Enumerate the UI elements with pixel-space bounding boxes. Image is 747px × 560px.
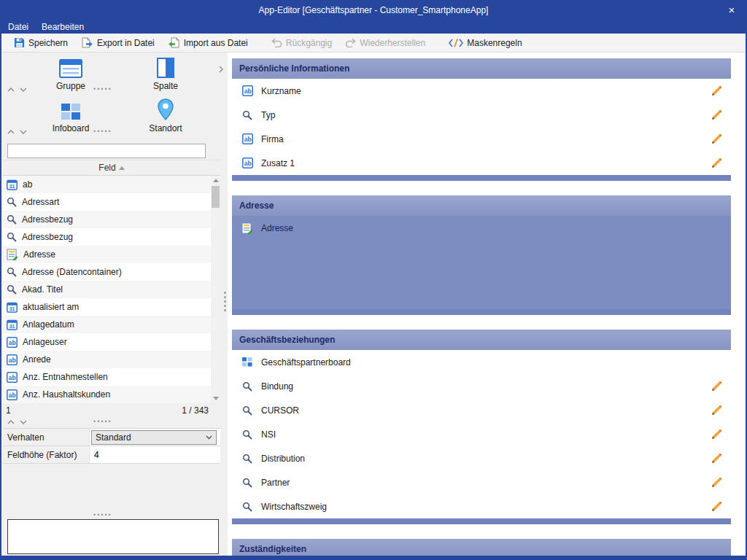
section-footer [232,518,731,524]
list-nav[interactable] [7,420,27,424]
splitter-grip[interactable]: ••••• [93,512,112,518]
field-list-item-anz-entnahmestellen[interactable]: abAnz. Entnahmestellen [3,368,211,386]
section-header-pers-nliche-informationen[interactable]: Persönliche Informationen [232,58,731,79]
chevron-up-icon[interactable] [7,88,15,92]
scroll-up-icon[interactable] [211,176,220,185]
field-list-header[interactable]: Feld [3,160,220,176]
field-list-item-ab[interactable]: 31ab [3,176,211,193]
toolbar-r-ckg-ngig: Rückgängig [265,36,338,50]
export-icon [81,37,93,48]
field-list-item-adresse[interactable]: Adresse [3,246,211,263]
section-header-zust-ndigkeiten[interactable]: Zuständigkeiten [232,539,731,556]
palette-grip[interactable]: ••••• [93,128,112,134]
edit-pencil-icon[interactable] [711,109,722,121]
field-list: 31abAdressartAdressbezugAdressbezugAdres… [3,176,211,403]
field-list-header-label: Feld [98,163,115,173]
svg-text:31: 31 [9,184,15,189]
chevron-down-icon[interactable] [20,420,27,424]
canvas-field-kurzname[interactable]: abKurzname [232,79,731,103]
lookup-icon [7,232,17,242]
close-button[interactable]: × [722,3,741,18]
chevron-down-icon[interactable] [20,88,27,92]
canvas-field-zusatz-1[interactable]: abZusatz 1 [232,151,731,175]
field-list-item-anz-haushaltskunden[interactable]: abAnz. Haushaltskunden [3,386,211,403]
palette-grip[interactable]: ••••• [93,86,112,92]
field-list-scrollbar[interactable] [211,176,220,403]
scroll-down-icon[interactable] [211,394,220,403]
field-list-item-anlagedatum[interactable]: 31Anlagedatum [3,316,211,333]
notes-box[interactable] [7,519,219,554]
svg-text:ab: ab [244,160,251,167]
field-list-item-aktualisiert-am[interactable]: 31aktualisiert am [3,298,211,316]
toolbar-speichern[interactable]: Speichern [7,35,74,50]
edit-pencil-icon[interactable] [711,405,722,416]
canvas-field-firma[interactable]: abFirma [232,127,731,151]
main-area: GruppeSpalteInfoboardStandort ••••• ••••… [1,52,746,556]
edit-pencil-icon[interactable] [711,477,722,489]
edit-pencil-icon[interactable] [711,501,722,513]
toolbar-maskenregeln[interactable]: Maskenregeln [442,36,528,50]
text-icon: ab [7,354,18,365]
canvas-field-bindung[interactable]: Bindung [232,374,731,398]
lookup-icon [7,284,17,295]
field-list-item-adresse-datencontainer[interactable]: Adresse (Datencontainer) [3,263,211,281]
field-list-item-anlageuser[interactable]: abAnlageuser [3,333,211,351]
edit-pencil-icon[interactable] [711,158,722,169]
menu-bearbeiten[interactable]: Bearbeiten [35,20,90,34]
column-icon [157,58,174,78]
toolbar: SpeichernExport in DateiImport aus Datei… [1,34,746,52]
date-icon: 31 [7,179,18,190]
section-zust-ndigkeiten: Zuständigkeiten [232,539,731,556]
text-icon: ab [241,85,254,96]
edit-pencil-icon[interactable] [711,85,722,97]
prop-value-feldh-he-faktor[interactable]: 4 [91,450,99,460]
palette-collapse-icon[interactable] [219,66,223,73]
svg-text:ab: ab [9,392,16,399]
lookup-icon [241,478,254,488]
canvas-field-gesch-ftspartnerboard[interactable]: Geschäftspartnerboard [232,350,731,374]
toolbar-import-aus-datei[interactable]: Import aus Datei [161,35,255,50]
canvas-field-typ[interactable]: Typ [232,103,731,127]
canvas-field-cursor[interactable]: CURSOR [232,398,731,422]
canvas-field-nsi[interactable]: NSI [232,422,731,446]
palette-row2-nav[interactable] [7,130,27,134]
svg-text:ab: ab [9,374,16,381]
menu-datei[interactable]: Datei [1,20,35,34]
infoboard-icon [61,103,81,120]
field-list-item-akad-titel[interactable]: Akad. Titel [3,281,211,298]
field-search-input[interactable] [7,144,206,158]
section-header-gesch-ftsbeziehungen[interactable]: Geschäftsbeziehungen [232,330,731,350]
chevron-up-icon[interactable] [7,420,15,424]
canvas-field-wirtschaftszweig[interactable]: Wirtschaftszweig [232,494,731,518]
field-list-item-adressbezug[interactable]: Adressbezug [3,228,211,246]
canvas-field-adresse[interactable]: Adresse [232,216,731,240]
text-icon: ab [7,337,18,348]
vertical-splitter[interactable] [222,289,227,314]
edit-pencil-icon[interactable] [711,453,722,464]
chevron-up-icon[interactable] [7,130,15,134]
palette-spalte[interactable]: Spalte [118,54,213,96]
prop-dropdown-verhalten[interactable]: Standard [91,430,217,445]
edit-pencil-icon[interactable] [711,133,722,145]
field-list-item-adressart[interactable]: Adressart [3,193,211,211]
palette-row1-nav[interactable] [7,88,27,92]
code-icon [449,39,463,47]
field-list-item-anrede[interactable]: abAnrede [3,351,211,368]
edit-pencil-icon[interactable] [711,381,722,392]
caret-down-icon [206,435,212,440]
undo-icon [271,38,282,47]
palette-standort[interactable]: Standort [118,96,213,139]
edit-pencil-icon[interactable] [711,429,722,440]
splitter-grip[interactable]: ••••• [93,419,112,424]
text-icon: ab [7,389,18,400]
section-body[interactable]: Adresse [232,216,731,309]
chevron-down-icon[interactable] [20,130,27,134]
scrollbar-thumb[interactable] [212,186,220,208]
toolbar-export-in-datei[interactable]: Export in Datei [74,35,161,50]
field-list-item-adressbezug[interactable]: Adressbezug [3,211,211,228]
lookup-icon [241,454,254,464]
canvas-field-partner[interactable]: Partner [232,470,731,494]
section-header-adresse[interactable]: Adresse [232,195,731,216]
canvas-field-distribution[interactable]: Distribution [232,446,731,470]
date-icon: 31 [7,319,18,330]
